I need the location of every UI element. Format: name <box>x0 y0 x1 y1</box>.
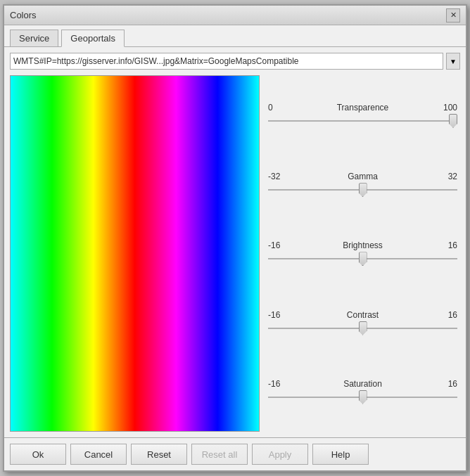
slider-group-brightness: -16 Brightness 16 <box>268 240 457 266</box>
contrast-label: Contrast <box>288 310 438 320</box>
help-button[interactable]: Help <box>312 444 369 465</box>
saturation-label: Saturation <box>288 379 438 389</box>
brightness-max: 16 <box>438 240 457 250</box>
slider-group-transparence: 0 Transparence 100 <box>268 103 457 128</box>
slider-group-gamma: -32 Gamma 32 <box>268 172 457 197</box>
brightness-slider[interactable] <box>268 252 457 266</box>
tab-geoportals[interactable]: Geoportals <box>61 30 125 47</box>
colors-dialog: Colors ✕ Service Geoportals ▼ <box>3 4 467 472</box>
main-row: 0 Transparence 100 -32 Gamma 32 <box>10 75 460 432</box>
reset-button[interactable]: Reset <box>131 444 187 465</box>
close-button[interactable]: ✕ <box>446 8 460 22</box>
cancel-button[interactable]: Cancel <box>70 444 127 465</box>
ok-button[interactable]: Ok <box>10 444 66 465</box>
color-preview <box>10 75 260 432</box>
apply-button[interactable]: Apply <box>252 444 308 465</box>
url-input[interactable] <box>10 53 443 70</box>
title-bar: Colors ✕ <box>4 6 466 25</box>
transparence-label: Transparence <box>288 103 438 112</box>
transparence-max: 100 <box>438 103 457 112</box>
chevron-down-icon: ▼ <box>450 58 457 65</box>
tabs-bar: Service Geoportals <box>4 25 466 47</box>
slider-group-contrast: -16 Contrast 16 <box>268 310 457 335</box>
footer: Ok Cancel Reset Reset all Apply Help <box>4 437 466 470</box>
url-row: ▼ <box>10 53 460 70</box>
transparence-min: 0 <box>268 103 288 112</box>
brightness-label: Brightness <box>288 240 438 250</box>
contrast-slider[interactable] <box>268 321 457 335</box>
sliders-panel: 0 Transparence 100 -32 Gamma 32 <box>265 75 460 432</box>
brightness-min: -16 <box>268 240 288 250</box>
close-icon: ✕ <box>450 11 457 20</box>
transparence-slider[interactable] <box>268 114 457 128</box>
contrast-max: 16 <box>438 310 457 320</box>
gamma-max: 32 <box>438 172 457 181</box>
gamma-label: Gamma <box>288 172 438 181</box>
saturation-max: 16 <box>438 379 457 389</box>
tab-service[interactable]: Service <box>10 30 58 46</box>
gamma-min: -32 <box>268 172 288 181</box>
reset-all-button[interactable]: Reset all <box>191 444 248 465</box>
slider-group-saturation: -16 Saturation 16 <box>268 379 457 404</box>
saturation-slider[interactable] <box>268 390 457 404</box>
contrast-min: -16 <box>268 310 288 320</box>
url-dropdown-button[interactable]: ▼ <box>446 53 460 70</box>
gamma-slider[interactable] <box>268 183 457 197</box>
saturation-min: -16 <box>268 379 288 389</box>
dialog-title: Colors <box>10 10 37 20</box>
content-area: ▼ 0 Transparence 100 <box>4 47 466 437</box>
